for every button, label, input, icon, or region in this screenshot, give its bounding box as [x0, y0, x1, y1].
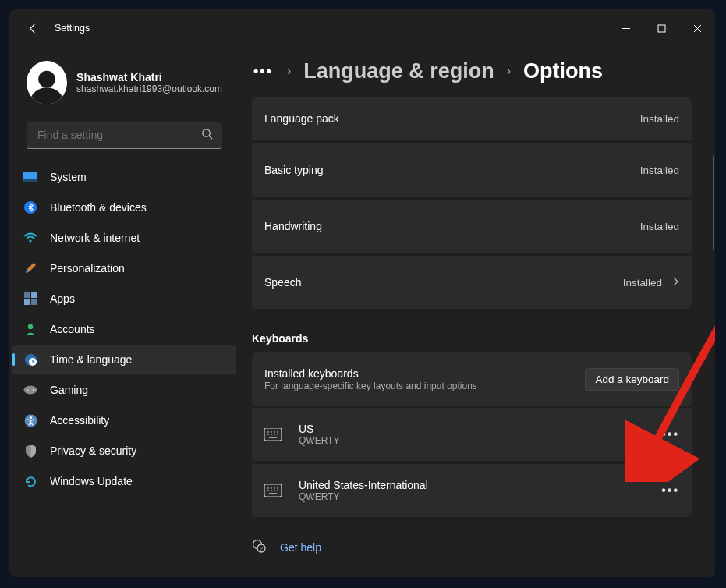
svg-rect-22 [264, 428, 282, 441]
svg-text:?: ? [260, 546, 263, 551]
feature-status: Installed [640, 113, 679, 125]
svg-rect-12 [24, 299, 30, 305]
svg-point-4 [203, 129, 210, 136]
svg-point-14 [28, 324, 33, 329]
chevron-right-icon: › [507, 64, 511, 78]
sidebar-item-label: Accessibility [50, 414, 109, 427]
sidebar-item-time-language[interactable]: Time & language [12, 345, 236, 374]
chevron-right-icon: › [287, 64, 291, 78]
svg-point-21 [29, 416, 31, 418]
sidebar-item-accessibility[interactable]: Accessibility [12, 406, 236, 435]
sidebar-item-privacy[interactable]: Privacy & security [12, 436, 236, 466]
get-help[interactable]: ? Get help [252, 539, 692, 555]
back-button[interactable] [25, 20, 41, 36]
svg-point-19 [33, 389, 34, 391]
get-help-label: Get help [280, 541, 321, 554]
feature-label: Handwriting [264, 220, 640, 232]
sidebar: Shashwat Khatri shashwat.khatri1993@outl… [9, 47, 239, 577]
person-icon [23, 322, 37, 336]
feature-label: Language pack [264, 112, 640, 125]
sidebar-item-label: Windows Update [50, 475, 133, 487]
keyboard-item-us-international[interactable]: United States-International QWERTY ••• [252, 464, 692, 517]
breadcrumb-more-button[interactable]: ••• [252, 63, 274, 80]
svg-point-2 [38, 71, 55, 88]
svg-rect-1 [658, 25, 665, 32]
settings-window: Settings Shashwat Khatri shashwat.khatri… [9, 9, 715, 577]
avatar [27, 61, 67, 104]
svg-point-3 [30, 87, 63, 104]
feature-handwriting[interactable]: Handwriting Installed [252, 200, 692, 253]
sidebar-item-label: Bluetooth & devices [50, 201, 147, 214]
svg-rect-26 [264, 484, 282, 497]
svg-point-17 [23, 386, 37, 395]
svg-rect-11 [31, 292, 37, 298]
wifi-icon [23, 231, 37, 245]
chevron-right-icon [671, 276, 679, 289]
scrollbar[interactable] [713, 156, 714, 250]
sidebar-item-apps[interactable]: Apps [12, 284, 236, 313]
monitor-icon [23, 170, 37, 184]
sidebar-item-accounts[interactable]: Accounts [12, 314, 236, 344]
maximize-button[interactable] [643, 16, 679, 41]
installed-keyboards-header: Installed keyboards For language-specifi… [252, 352, 692, 406]
sidebar-item-label: Network & internet [50, 232, 140, 244]
keyboard-item-us[interactable]: US QWERTY ••• [252, 408, 692, 461]
apps-icon [23, 292, 37, 306]
bluetooth-icon [23, 200, 37, 214]
sidebar-item-label: Accounts [50, 323, 95, 335]
app-title: Settings [55, 23, 90, 34]
sidebar-item-windows-update[interactable]: Windows Update [12, 466, 236, 496]
sidebar-item-label: Gaming [50, 384, 88, 396]
feature-status: Installed [640, 221, 679, 232]
globe-clock-icon [23, 352, 37, 367]
keyboard-name: United States-International [299, 479, 428, 491]
search-box[interactable] [27, 122, 222, 149]
profile[interactable]: Shashwat Khatri shashwat.khatri1993@outl… [9, 55, 239, 119]
add-keyboard-button[interactable]: Add a keyboard [585, 368, 679, 391]
feature-language-pack[interactable]: Language pack Installed [252, 97, 692, 140]
svg-point-9 [29, 239, 31, 242]
sidebar-item-label: Personalization [50, 262, 125, 275]
sidebar-item-personalization[interactable]: Personalization [12, 253, 236, 283]
svg-rect-13 [31, 299, 37, 305]
close-button[interactable] [679, 16, 715, 41]
installed-keyboards-sub: For language-specific key layouts and in… [264, 381, 585, 391]
sidebar-item-network[interactable]: Network & internet [12, 223, 236, 253]
search-icon [201, 128, 213, 143]
breadcrumb-current: Options [523, 59, 603, 83]
svg-rect-7 [23, 179, 37, 182]
update-icon [23, 474, 37, 488]
search-input[interactable] [36, 128, 201, 142]
profile-name: Shashwat Khatri [76, 71, 222, 83]
keyboard-icon [264, 484, 282, 497]
sidebar-item-label: Time & language [50, 353, 132, 366]
sidebar-item-bluetooth[interactable]: Bluetooth & devices [12, 193, 236, 222]
breadcrumb-parent[interactable]: Language & region [303, 59, 494, 83]
keyboard-layout: QWERTY [299, 435, 339, 446]
keyboard-name: US [299, 423, 339, 435]
keyboard-icon [264, 428, 282, 441]
sidebar-item-label: Apps [50, 292, 75, 305]
installed-keyboards-title: Installed keyboards [264, 367, 585, 380]
titlebar: Settings [9, 9, 715, 47]
sidebar-item-label: Privacy & security [50, 445, 136, 457]
svg-line-5 [209, 136, 212, 139]
accessibility-icon [23, 413, 37, 427]
section-title-keyboards: Keyboards [252, 332, 692, 345]
sidebar-item-gaming[interactable]: Gaming [12, 375, 236, 405]
svg-point-18 [27, 389, 29, 391]
paintbrush-icon [23, 261, 37, 275]
breadcrumb: ••• › Language & region › Options [252, 53, 715, 89]
minimize-button[interactable] [607, 16, 643, 41]
feature-speech[interactable]: Speech Installed [252, 256, 692, 309]
gamepad-icon [23, 383, 37, 397]
help-icon: ? [252, 539, 266, 555]
feature-basic-typing[interactable]: Basic typing Installed [252, 143, 692, 197]
content-panel: ••• › Language & region › Options Langua… [239, 47, 715, 577]
keyboard-more-button[interactable]: ••• [661, 484, 679, 498]
feature-status: Installed [623, 277, 662, 289]
feature-label: Basic typing [264, 164, 640, 176]
svg-rect-10 [24, 292, 30, 298]
keyboard-more-button[interactable]: ••• [661, 427, 679, 441]
sidebar-item-system[interactable]: System [12, 162, 236, 192]
